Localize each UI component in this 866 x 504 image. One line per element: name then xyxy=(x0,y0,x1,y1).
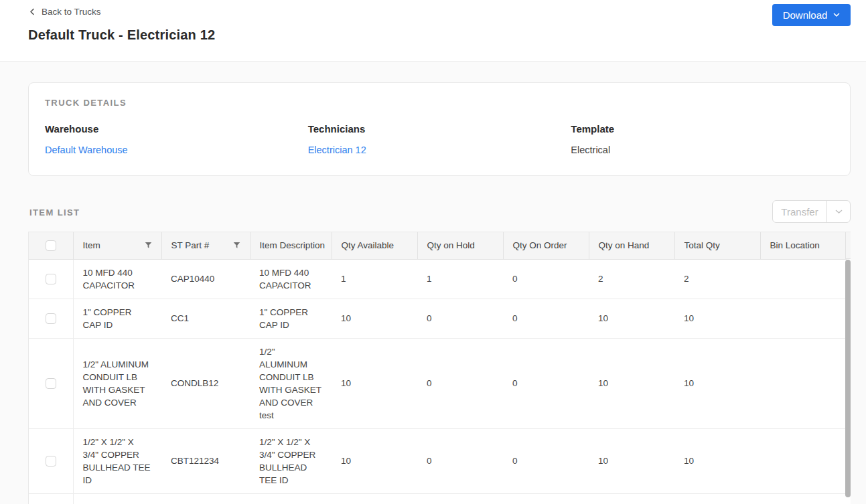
chevron-left-icon xyxy=(29,8,35,15)
column-label: Qty Available xyxy=(342,240,394,250)
column-label: Qty on Hold xyxy=(427,240,475,250)
table-header-row: ItemST Part #Item DescriptionQty Availab… xyxy=(29,232,846,259)
cell-total_qty: 2000 xyxy=(674,493,760,504)
column-header-qty_on_order[interactable]: Qty On Order xyxy=(503,232,589,259)
warehouse-link[interactable]: Default Warehouse xyxy=(45,145,128,155)
cell-qty_on_hold: 0 xyxy=(417,493,503,504)
cell-description: 1/2" ALUMINUM CONDUIT LB WITH GASKET AND… xyxy=(250,338,332,428)
cell-description: 3.5 Mfd Single Run Capacitor xyxy=(250,493,332,504)
cell-bin_location xyxy=(760,493,846,504)
cell-st_part: CAP3.5X440 xyxy=(161,493,250,504)
back-to-trucks-link[interactable]: Back to Trucks xyxy=(28,5,102,18)
table-body: 10 MFD 440 CAPACITORCAP1044010 MFD 440 C… xyxy=(29,259,846,504)
column-header-qty_on_hand[interactable]: Qty on Hand xyxy=(589,232,674,259)
column-header-qty_available[interactable]: Qty Available xyxy=(332,232,417,259)
field-label: Template xyxy=(571,123,834,135)
cell-qty_on_hand: 10 xyxy=(589,428,674,493)
cell-total_qty: 10 xyxy=(674,338,760,428)
cell-qty_on_hand: 10 xyxy=(589,338,674,428)
row-checkbox[interactable] xyxy=(46,313,56,324)
table-row: 1" COPPER CAP IDCC11" COPPER CAP ID10001… xyxy=(29,299,846,338)
filter-icon[interactable] xyxy=(145,242,152,249)
column-header-qty_on_hold[interactable]: Qty on Hold xyxy=(417,232,503,259)
field-template: Template Electrical xyxy=(571,123,834,155)
cell-item: 10 MFD 440 CAPACITOR xyxy=(73,259,161,299)
column-label: Bin Location xyxy=(770,240,820,250)
cell-qty_on_hand: 2000 xyxy=(589,493,674,504)
cell-bin_location xyxy=(760,259,846,299)
cell-total_qty: 10 xyxy=(674,428,760,493)
cell-qty_on_hold: 0 xyxy=(417,299,503,338)
cell-qty_available: 1 xyxy=(332,259,417,299)
cell-qty_on_order: 0 xyxy=(503,299,589,338)
row-checkbox[interactable] xyxy=(46,274,56,284)
column-label: ST Part # xyxy=(171,240,210,250)
cell-qty_available: 2000 xyxy=(332,493,417,504)
cell-description: 1/2" X 1/2" X 3/4" COPPER BULLHEAD TEE I… xyxy=(250,428,332,493)
cell-st_part: CAP10440 xyxy=(161,259,250,299)
cell-qty_on_hold: 1 xyxy=(417,259,503,299)
column-label: Item xyxy=(83,240,100,250)
page-title: Default Truck - Electrician 12 xyxy=(28,27,851,43)
cell-qty_on_order: 0 xyxy=(503,428,589,493)
table-row: 1/2" ALUMINUM CONDUIT LB WITH GASKET AND… xyxy=(29,338,846,428)
cell-st_part: CBT121234 xyxy=(161,428,250,493)
column-label: Qty on Hand xyxy=(599,240,650,250)
column-header-description[interactable]: Item Description xyxy=(250,232,332,259)
cell-qty_on_order: 0 xyxy=(503,493,589,504)
cell-st_part: CONDLB12 xyxy=(161,338,250,428)
table-row: 1/2" X 1/2" X 3/4" COPPER BULLHEAD TEE I… xyxy=(29,428,846,493)
cell-item: 3.5 Mfd Capacitor -BB xyxy=(73,493,161,504)
cell-item: 1/2" X 1/2" X 3/4" COPPER BULLHEAD TEE I… xyxy=(73,428,161,493)
table-vertical-scrollbar[interactable] xyxy=(845,260,851,504)
cell-qty_on_hand: 10 xyxy=(589,299,674,338)
download-button-label: Download xyxy=(783,9,828,21)
cell-bin_location xyxy=(760,338,846,428)
cell-qty_on_order: 0 xyxy=(503,259,589,299)
cell-qty_on_hand: 2 xyxy=(589,259,674,299)
select-all-checkbox[interactable] xyxy=(46,240,56,251)
truck-details-fields: Warehouse Default Warehouse Technicians … xyxy=(45,123,834,155)
filter-icon[interactable] xyxy=(233,242,240,249)
transfer-split-button: Transfer xyxy=(772,200,851,223)
chevron-down-icon xyxy=(835,209,843,214)
cell-item: 1/2" ALUMINUM CONDUIT LB WITH GASKET AND… xyxy=(73,338,161,428)
column-header-st_part[interactable]: ST Part # xyxy=(161,232,250,259)
field-technicians: Technicians Electrician 12 xyxy=(308,123,571,155)
column-header-item[interactable]: Item xyxy=(73,232,161,259)
item-list-header: ITEM LIST Transfer xyxy=(29,196,851,223)
table-row: 3.5 Mfd Capacitor -BBCAP3.5X4403.5 Mfd S… xyxy=(29,493,846,504)
header-sliver xyxy=(845,232,851,259)
item-table: ItemST Part #Item DescriptionQty Availab… xyxy=(28,232,851,504)
cell-description: 1" COPPER CAP ID xyxy=(250,299,332,338)
cell-bin_location xyxy=(760,428,846,493)
cell-qty_available: 10 xyxy=(332,299,417,338)
column-label: Item Description xyxy=(260,240,326,250)
scrollbar-thumb[interactable] xyxy=(845,260,851,497)
transfer-button[interactable]: Transfer xyxy=(773,201,826,222)
chevron-down-icon xyxy=(833,13,840,17)
column-label: Total Qty xyxy=(684,240,720,250)
truck-details-title: TRUCK DETAILS xyxy=(45,98,834,108)
download-button[interactable]: Download xyxy=(772,4,851,26)
back-link-label: Back to Trucks xyxy=(42,7,101,17)
cell-st_part: CC1 xyxy=(161,299,250,338)
cell-qty_available: 10 xyxy=(332,428,417,493)
top-bar: Back to Trucks Default Truck - Electrici… xyxy=(0,0,866,62)
transfer-dropdown-toggle[interactable] xyxy=(826,201,850,222)
column-header-total_qty[interactable]: Total Qty xyxy=(674,232,760,259)
column-header-bin_location[interactable]: Bin Location xyxy=(760,232,846,259)
column-label: Qty On Order xyxy=(513,240,567,250)
field-label: Technicians xyxy=(308,123,571,135)
template-value: Electrical xyxy=(571,145,834,155)
row-checkbox[interactable] xyxy=(46,378,56,389)
truck-details-card: TRUCK DETAILS Warehouse Default Warehous… xyxy=(28,82,851,176)
row-checkbox[interactable] xyxy=(46,456,56,467)
cell-qty_on_order: 0 xyxy=(503,338,589,428)
cell-qty_on_hold: 0 xyxy=(417,428,503,493)
technician-link[interactable]: Electrician 12 xyxy=(308,145,366,155)
cell-description: 10 MFD 440 CAPACITOR xyxy=(250,259,332,299)
cell-bin_location xyxy=(760,299,846,338)
field-label: Warehouse xyxy=(45,123,308,135)
field-warehouse: Warehouse Default Warehouse xyxy=(45,123,308,155)
